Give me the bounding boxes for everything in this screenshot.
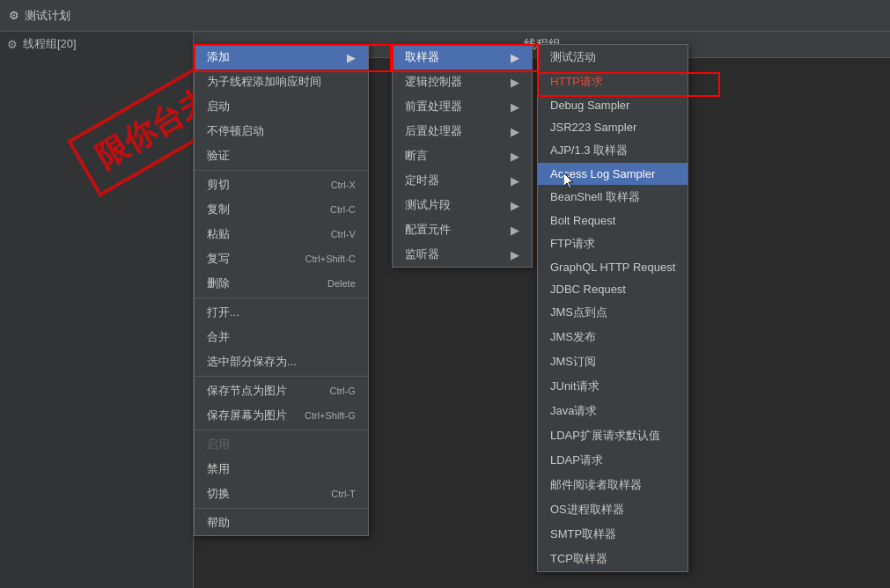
gear-icon: ⚙: [7, 38, 18, 51]
context-menu-l3: 测试活动 HTTP请求 Debug Sampler JSR223 Sampler…: [537, 44, 688, 572]
tree-panel: ⚙ 线程组[20]: [0, 32, 194, 588]
menu-item-delete[interactable]: 删除 Delete: [195, 271, 368, 296]
menu-item-debug-sampler[interactable]: Debug Sampler: [538, 94, 688, 116]
arrow-icon-pre: ▶: [511, 100, 519, 114]
separator-1: [195, 170, 368, 171]
menu-item-disable[interactable]: 禁用: [195, 457, 368, 481]
separator-2: [195, 298, 368, 298]
menu-item-timer[interactable]: 定时器 ▶: [393, 168, 532, 193]
separator-4: [195, 430, 368, 430]
arrow-icon-sampler: ▶: [511, 51, 519, 64]
menu-item-add-response-time[interactable]: 为子线程添加响应时间: [195, 70, 368, 94]
menu-item-access-log-sampler[interactable]: Access Log Sampler: [538, 163, 688, 185]
menu-item-mail-reader-sampler[interactable]: 邮件阅读者取样器: [538, 473, 688, 497]
arrow-icon-timer: ▶: [511, 174, 519, 187]
menu-item-junit-request[interactable]: JUnit请求: [538, 374, 688, 399]
menu-item-os-process-sampler[interactable]: OS进程取样器: [538, 497, 688, 522]
arrow-icon-logic: ▶: [511, 76, 519, 89]
arrow-icon-config: ▶: [511, 224, 519, 237]
menu-item-sampler[interactable]: 取样器 ▶: [393, 45, 532, 70]
menu-item-save-node-image[interactable]: 保存节点为图片 Ctrl-G: [195, 379, 368, 403]
menu-item-ldap-ext[interactable]: LDAP扩展请求默认值: [538, 423, 688, 448]
menu-item-test-fragment[interactable]: 测试片段 ▶: [393, 193, 532, 217]
app-title: 测试计划: [25, 8, 70, 24]
arrow-icon-listener: ▶: [511, 248, 519, 261]
menu-item-jdbc-request[interactable]: JDBC Request: [538, 278, 688, 300]
arrow-icon-fragment: ▶: [511, 199, 519, 212]
menu-item-start-no-pause[interactable]: 不停顿启动: [195, 119, 368, 143]
app-icon: ⚙: [9, 9, 19, 22]
menu-item-duplicate[interactable]: 复写 Ctrl+Shift-C: [195, 246, 368, 271]
menu-item-assertion[interactable]: 断言 ▶: [393, 143, 532, 168]
menu-item-listener[interactable]: 监听器 ▶: [393, 242, 532, 267]
menu-item-jms-p2p[interactable]: JMS点到点: [538, 300, 688, 325]
menu-item-beanshell-sampler[interactable]: BeanShell 取样器: [538, 185, 688, 209]
menu-item-enable[interactable]: 启用: [195, 432, 368, 457]
menu-item-jms-subscribe[interactable]: JMS订阅: [538, 349, 688, 374]
menu-item-ldap-request[interactable]: LDAP请求: [538, 448, 688, 473]
arrow-icon-assertion: ▶: [511, 150, 519, 163]
menu-item-pre-processor[interactable]: 前置处理器 ▶: [393, 94, 532, 119]
menu-l3-panel: 测试活动 HTTP请求 Debug Sampler JSR223 Sampler…: [537, 44, 688, 572]
menu-item-paste[interactable]: 粘贴 Ctrl-V: [195, 222, 368, 246]
top-bar: ⚙ 测试计划: [0, 0, 890, 32]
menu-item-open[interactable]: 打开...: [195, 300, 368, 325]
menu-item-merge[interactable]: 合并: [195, 325, 368, 349]
context-menu-l2: 取样器 ▶ 逻辑控制器 ▶ 前置处理器 ▶ 后置处理器 ▶ 断言 ▶ 定时器 ▶…: [392, 44, 533, 268]
menu-item-ftp-request[interactable]: FTP请求: [538, 232, 688, 256]
menu-item-logic-controller[interactable]: 逻辑控制器 ▶: [393, 70, 532, 94]
menu-item-start[interactable]: 启动: [195, 94, 368, 119]
menu-item-http-request[interactable]: HTTP请求: [538, 70, 688, 94]
context-menu-l1: 添加 ▶ 为子线程添加响应时间 启动 不停顿启动 验证 剪切 Ctrl-X 复制…: [194, 44, 369, 536]
menu-l2-panel: 取样器 ▶ 逻辑控制器 ▶ 前置处理器 ▶ 后置处理器 ▶ 断言 ▶ 定时器 ▶…: [392, 44, 533, 268]
menu-item-post-processor[interactable]: 后置处理器 ▶: [393, 119, 532, 143]
menu-item-java-request[interactable]: Java请求: [538, 399, 688, 423]
menu-item-bolt-request[interactable]: Bolt Request: [538, 209, 688, 232]
separator-5: [195, 508, 368, 509]
menu-item-jms-publish[interactable]: JMS发布: [538, 325, 688, 349]
menu-item-validate[interactable]: 验证: [195, 143, 368, 168]
tree-item-thread-group[interactable]: ⚙ 线程组[20]: [0, 32, 193, 56]
menu-item-add[interactable]: 添加 ▶: [195, 45, 368, 70]
menu-item-config-element[interactable]: 配置元件 ▶: [393, 217, 532, 242]
tree-item-label: 线程组[20]: [23, 36, 77, 52]
menu-item-copy[interactable]: 复制 Ctrl-C: [195, 197, 368, 222]
menu-item-graphql-http[interactable]: GraphQL HTTP Request: [538, 256, 688, 278]
menu-l1-panel: 添加 ▶ 为子线程添加响应时间 启动 不停顿启动 验证 剪切 Ctrl-X 复制…: [194, 44, 369, 536]
arrow-icon: ▶: [347, 51, 356, 64]
menu-item-ajp-sampler[interactable]: AJP/1.3 取样器: [538, 138, 688, 163]
menu-item-cut[interactable]: 剪切 Ctrl-X: [195, 173, 368, 197]
menu-item-tcp-sampler[interactable]: TCP取样器: [538, 547, 688, 571]
menu-item-help[interactable]: 帮助: [195, 511, 368, 535]
arrow-icon-post: ▶: [511, 125, 519, 138]
menu-item-jsr223-sampler[interactable]: JSR223 Sampler: [538, 116, 688, 138]
menu-item-save-selection[interactable]: 选中部分保存为...: [195, 349, 368, 374]
menu-item-save-screen-image[interactable]: 保存屏幕为图片 Ctrl+Shift-G: [195, 403, 368, 428]
menu-item-test-activity[interactable]: 测试活动: [538, 45, 688, 70]
menu-item-smtp-sampler[interactable]: SMTP取样器: [538, 522, 688, 547]
menu-item-toggle[interactable]: 切换 Ctrl-T: [195, 481, 368, 506]
separator-3: [195, 376, 368, 377]
